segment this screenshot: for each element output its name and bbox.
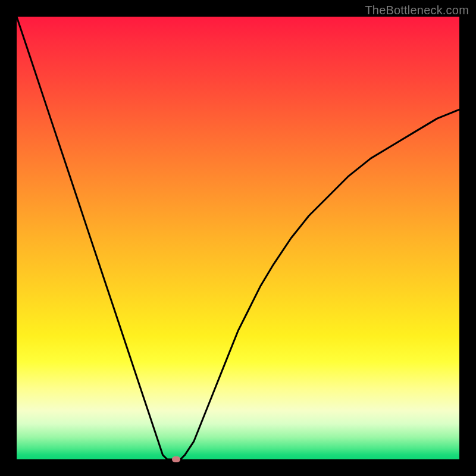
chart-frame: TheBottleneck.com: [0, 0, 476, 476]
bottleneck-curve: [17, 17, 459, 459]
optimal-point-marker: [172, 456, 180, 462]
plot-area: [17, 17, 459, 459]
watermark-text: TheBottleneck.com: [365, 4, 469, 17]
curve-svg: [17, 17, 459, 459]
